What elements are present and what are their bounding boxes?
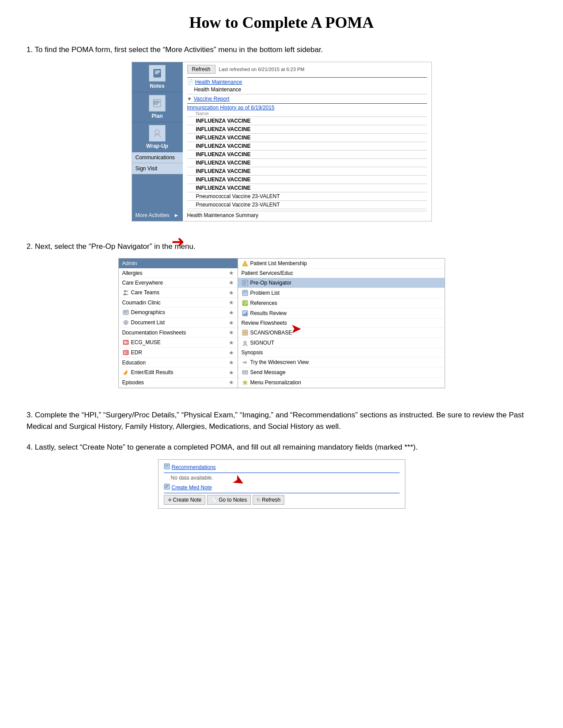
star-enter-edit[interactable]: ★ <box>229 369 234 376</box>
create-note-button[interactable]: ✚ Create Note <box>164 495 206 505</box>
ss2-menu-education[interactable]: Education ★ <box>119 358 238 368</box>
pneumo-row-2: Pneumococcal Vaccine 23-VALENT <box>196 201 427 208</box>
svg-rect-42 <box>245 313 246 315</box>
ss2-menu-results-review[interactable]: Results Review <box>238 308 445 319</box>
ss2-menu-ecg[interactable]: ECG_MUSE ★ <box>119 338 238 348</box>
vaccine-row-4: INFLUENZA VACCINE <box>196 143 427 150</box>
star-coumadin[interactable]: ★ <box>229 299 234 306</box>
ss2-menu-care-teams[interactable]: Care Teams ★ <box>119 288 238 298</box>
ss2-menu-patient-services[interactable]: Patient Services/Educ <box>238 269 445 278</box>
refresh-icon-3: ↻ <box>257 497 261 503</box>
problem-list-icon <box>242 289 249 296</box>
ss2-menu-problem-list[interactable]: Problem List <box>238 288 445 298</box>
create-med-note-icon <box>164 484 170 491</box>
svg-point-11 <box>154 102 155 103</box>
vaccine-report-link[interactable]: Vaccine Report <box>193 96 229 102</box>
chevron-right-icon: ► <box>174 212 179 218</box>
star-care-everywhere[interactable]: ★ <box>229 279 234 286</box>
svg-rect-38 <box>243 304 245 305</box>
ss2-menu-enter-edit[interactable]: Enter/Edit Results ★ <box>119 368 238 378</box>
svg-text:E: E <box>124 351 126 354</box>
ss2-menu-coumadin[interactable]: Coumadin Clinic ★ <box>119 298 238 308</box>
screenshot-2: Admin Allergies ★ Care Everywhere ★ Care… <box>118 258 445 388</box>
ss2-menu-episodes[interactable]: Episodes ★ <box>119 378 238 387</box>
create-med-note-section: Create Med Note <box>164 484 400 491</box>
sidebar-sign-visit[interactable]: Sign Visit <box>132 163 183 174</box>
recommendations-icon <box>164 463 170 471</box>
go-to-notes-button[interactable]: 📄 Go to Notes <box>207 495 251 505</box>
preop-navigator-label: Pre-Op Navigator <box>250 280 441 286</box>
sidebar-wrapup[interactable]: Wrap-Up <box>132 122 183 152</box>
step4-text: 4. Lastly, select “Create Note” to gener… <box>26 442 537 453</box>
ss2-right-panel: Patient List Membership Patient Services… <box>238 259 445 388</box>
star-demographics[interactable]: ★ <box>229 309 234 316</box>
svg-rect-6 <box>154 100 161 107</box>
star-edr[interactable]: ★ <box>229 349 234 356</box>
ss2-admin-header: Admin <box>119 259 238 268</box>
ss2-menu-send-message[interactable]: Send Message <box>238 368 445 378</box>
vaccine-row-1: INFLUENZA VACCINE <box>196 117 427 124</box>
ss2-menu-review-flowsheets[interactable]: Review Flowsheets <box>238 319 445 328</box>
pneumo-row-1: Pneumococcal Vaccine 23-VALENT <box>196 193 427 200</box>
ss2-menu-edr[interactable]: E EDR ★ <box>119 348 238 358</box>
more-activities-button[interactable]: More Activities ► <box>132 210 183 221</box>
vaccine-row-2: INFLUENZA VACCINE <box>196 126 427 133</box>
ss2-menu-references[interactable]: References <box>238 298 445 308</box>
ss2-menu-synopsis[interactable]: Synopsis <box>238 348 445 357</box>
ss2-menu-allergies[interactable]: Allergies ★ <box>119 268 238 278</box>
star-education[interactable]: ★ <box>229 359 234 366</box>
recommendations-section: Recommendations <box>164 463 400 471</box>
star-doc-flowsheets[interactable]: ★ <box>229 329 234 336</box>
ss2-menu-demographics[interactable]: Demographics ★ <box>119 308 238 318</box>
edr-icon: E <box>122 349 129 356</box>
svg-point-14 <box>124 290 126 293</box>
sidebar-notes[interactable]: Notes <box>132 62 183 92</box>
go-to-notes-icon: 📄 <box>211 497 217 503</box>
health-maintenance-link[interactable]: Health Maintenance <box>195 79 242 85</box>
send-message-icon <box>242 369 249 376</box>
sidebar-plan[interactable]: Plan <box>132 92 183 122</box>
ss2-menu-personalization[interactable]: Menu Personalization <box>238 378 445 388</box>
step3-text: 3. Complete the “HPI,” “Surgery/Proc Det… <box>26 409 537 433</box>
last-refreshed-label: Last refreshed on 6/21/2015 at 6:23 PM <box>219 67 305 72</box>
vaccine-row-7: INFLUENZA VACCINE <box>196 168 427 175</box>
ss1-main-content: Refresh Last refreshed on 6/21/2015 at 6… <box>183 62 431 221</box>
action-buttons: ✚ Create Note 📄 Go to Notes ↻ Refresh <box>164 495 400 505</box>
step2-text: 2. Next, select the “Pre-Op Navigator” i… <box>26 241 537 252</box>
ss2-menu-care-everywhere[interactable]: Care Everywhere ★ <box>119 278 238 288</box>
star-care-teams[interactable]: ★ <box>229 289 234 296</box>
care-teams-icon <box>122 289 129 296</box>
star-ecg[interactable]: ★ <box>229 339 234 346</box>
references-icon <box>242 300 249 307</box>
ss2-menu-preop-navigator[interactable]: Pre-Op Navigator <box>238 278 445 288</box>
vaccine-row-8: INFLUENZA VACCINE <box>196 176 427 183</box>
ss2-menu-doc-flowsheets[interactable]: Documentation Flowsheets ★ <box>119 328 238 338</box>
document-list-icon <box>122 319 129 326</box>
vaccine-row-5: INFLUENZA VACCINE <box>196 151 427 158</box>
star-episodes[interactable]: ★ <box>229 379 234 386</box>
ss2-menu-widescreen[interactable]: ⇨ Try the Widescreen View <box>238 357 445 368</box>
ss2-menu-scans[interactable]: SCANS/ONBASE <box>238 328 445 338</box>
demographics-icon <box>122 309 129 316</box>
widescreen-icon: ⇨ <box>242 359 249 366</box>
svg-rect-39 <box>246 304 247 305</box>
patient-list-icon <box>242 260 249 267</box>
refresh-button-3[interactable]: ↻ Refresh <box>253 495 284 505</box>
signout-icon <box>242 339 249 346</box>
refresh-button[interactable]: Refresh <box>187 65 215 74</box>
personalization-icon <box>242 379 249 386</box>
scans-icon <box>242 329 249 336</box>
svg-rect-27 <box>242 280 248 285</box>
results-review-icon <box>242 310 249 317</box>
ecg-icon <box>122 339 129 346</box>
immunization-history-link[interactable]: Immunization History as of 6/19/2015 <box>187 105 275 111</box>
preop-navigator-icon <box>242 279 249 286</box>
sidebar-communications[interactable]: Communications <box>132 152 183 163</box>
ss2-menu-patient-list[interactable]: Patient List Membership <box>238 259 445 269</box>
ss2-menu-signout[interactable]: SIGNOUT <box>238 338 445 348</box>
star-document-list[interactable]: ★ <box>229 319 234 326</box>
ss2-menu-document-list[interactable]: Document List ★ <box>119 318 238 328</box>
svg-point-46 <box>244 341 246 344</box>
star-allergies[interactable]: ★ <box>229 270 234 276</box>
ss1-sidebar: Notes Plan Wrap-Up Communications <box>132 62 183 221</box>
